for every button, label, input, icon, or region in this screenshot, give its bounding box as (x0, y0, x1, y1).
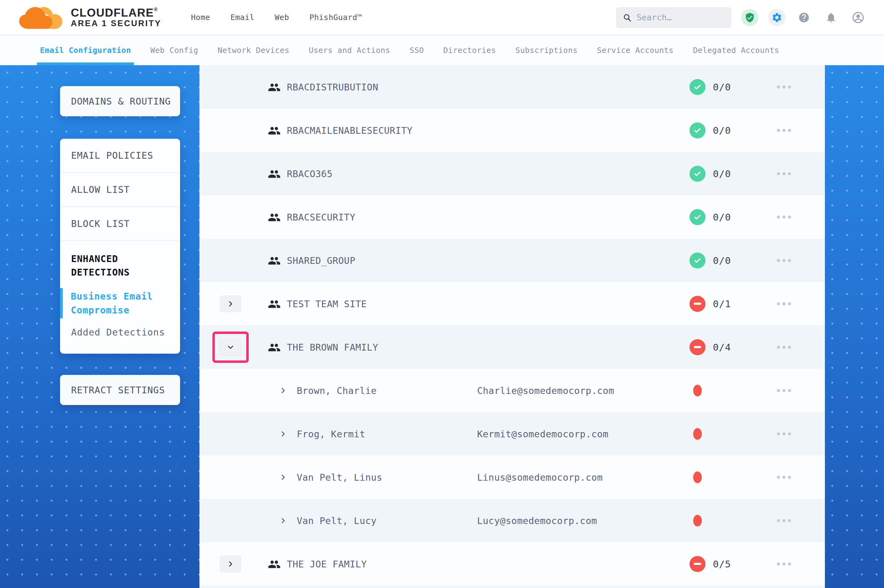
sidebar-section-enhanced-detections: ENHANCED DETECTIONS Business Email Compr… (60, 241, 180, 352)
status-dot-alert (693, 428, 702, 440)
table-row-member: Brown, Charlie Charlie@somedemocorp.com (200, 369, 825, 412)
brand-name: CLOUDFLARE® (71, 7, 162, 19)
sidebar-card-retract-settings[interactable]: RETRACT SETTINGS (60, 375, 180, 405)
sidebar-card-domains-routing[interactable]: DOMAINS & ROUTING (60, 86, 180, 116)
row-menu-button[interactable] (777, 519, 791, 522)
group-people-icon (268, 125, 281, 136)
search-box[interactable] (616, 8, 731, 28)
top-nav: Home Email Web PhishGuard™ (191, 13, 362, 22)
expand-chevron-right-button[interactable] (220, 296, 241, 312)
header-actions (616, 8, 867, 28)
nav-home[interactable]: Home (191, 13, 210, 22)
group-name: RBACDISTRUBUTION (287, 81, 378, 92)
member-name: Brown, Charlie (297, 385, 377, 396)
search-input[interactable] (636, 13, 725, 22)
sidebar-label: RETRACT SETTINGS (71, 385, 165, 396)
table-row-group: RBACO365 0/0 (200, 152, 825, 195)
member-email: Charlie@somedemocorp.com (477, 385, 614, 396)
table-row-group: THE JOE FAMILY 0/5 (200, 542, 825, 585)
table-row-group: TEST TEAM SITE 0/1 (200, 282, 825, 326)
nav-email[interactable]: Email (230, 13, 254, 22)
row-menu-button[interactable] (777, 259, 791, 262)
member-email: Linus@somedemocorp.com (477, 472, 603, 483)
row-menu-button[interactable] (777, 302, 791, 305)
tab-subscriptions[interactable]: Subscriptions (515, 35, 577, 65)
right-decorative-panel (825, 65, 884, 588)
table-row-member: Frog, Kermit Kermit@somedemocorp.com (200, 412, 825, 456)
table-row-group: RBACDISTRUBUTION 0/0 (200, 65, 825, 108)
row-menu-button[interactable] (777, 216, 791, 219)
group-people-icon (268, 342, 281, 352)
table-row-member: Van Pelt, Linus Linus@somedemocorp.com (200, 456, 825, 499)
member-count: 0/5 (713, 558, 731, 570)
sidebar-item-allow-list[interactable]: ALLOW LIST (60, 173, 180, 207)
group-people-icon (268, 559, 281, 569)
tab-network-devices[interactable]: Network Devices (218, 35, 289, 65)
status-dot-alert (693, 515, 702, 526)
registered-mark: ® (154, 7, 158, 12)
member-count: 0/0 (713, 168, 731, 179)
status-badge-ok (690, 166, 705, 182)
group-people-icon (268, 212, 281, 222)
tab-users-and-actions[interactable]: Users and Actions (309, 35, 390, 65)
row-menu-button[interactable] (777, 129, 791, 132)
collapse-chevron-down-button[interactable] (220, 339, 241, 356)
member-name: Van Pelt, Linus (297, 472, 382, 483)
account-icon[interactable] (849, 9, 867, 26)
row-menu-button[interactable] (777, 476, 791, 479)
sidebar-item-email-policies[interactable]: EMAIL POLICIES (60, 139, 180, 173)
row-menu-button[interactable] (777, 86, 791, 88)
tab-directories[interactable]: Directories (443, 35, 496, 65)
status-badge-ok (690, 122, 705, 138)
tab-sso[interactable]: SSO (410, 35, 424, 65)
group-people-icon (268, 168, 281, 179)
search-icon (623, 12, 631, 23)
tab-web-config[interactable]: Web Config (150, 35, 198, 65)
row-menu-button[interactable] (777, 389, 791, 392)
nav-web[interactable]: Web (275, 13, 289, 22)
member-chevron-right-icon[interactable] (279, 430, 287, 438)
sidebar-item-enhanced-detections[interactable]: ENHANCED DETECTIONS (71, 252, 171, 279)
status-dot-alert (693, 471, 702, 483)
settings-gear-icon[interactable] (768, 9, 785, 26)
table-row-group-expanded: THE BROWN FAMILY 0/4 (200, 326, 825, 369)
expand-chevron-right-button[interactable] (220, 556, 241, 572)
member-email: Lucy@somedemocorp.com (477, 515, 597, 526)
group-name: RBACO365 (287, 168, 333, 179)
notifications-bell-icon[interactable] (822, 9, 840, 26)
help-icon[interactable] (795, 9, 813, 26)
sidebar-item-block-list[interactable]: BLOCK LIST (60, 207, 180, 241)
cloudflare-cloud-icon (18, 3, 64, 32)
row-menu-button[interactable] (777, 346, 791, 349)
member-count: 0/0 (713, 125, 731, 136)
member-name: Van Pelt, Lucy (297, 515, 377, 526)
tab-service-accounts[interactable]: Service Accounts (597, 35, 674, 65)
group-people-icon (268, 298, 281, 309)
row-menu-button[interactable] (777, 172, 791, 175)
sidebar-item-business-email-compromise[interactable]: Business Email Compromise (60, 288, 208, 318)
group-name: TEST TEAM SITE (287, 298, 367, 309)
member-count: 0/1 (713, 298, 731, 309)
member-chevron-right-icon[interactable] (279, 386, 287, 395)
tab-email-configuration[interactable]: Email Configuration (40, 35, 131, 65)
member-count: 0/0 (713, 212, 731, 223)
member-chevron-right-icon[interactable] (279, 473, 287, 482)
security-shield-icon[interactable] (741, 9, 758, 26)
table-row-group: RBACSECURITY 0/0 (200, 195, 825, 238)
nav-phishguard[interactable]: PhishGuard™ (309, 13, 362, 22)
member-name: Frog, Kermit (297, 428, 365, 439)
sidebar-item-added-detections[interactable]: Added Detections (71, 327, 171, 338)
row-menu-button[interactable] (777, 432, 791, 435)
member-email: Kermit@somedemocorp.com (477, 428, 609, 439)
row-menu-button[interactable] (777, 562, 791, 566)
group-name: THE JOE FAMILY (287, 558, 367, 569)
member-count: 0/0 (713, 81, 731, 93)
app-header: CLOUDFLARE® AREA 1 SECURITY Home Email W… (0, 0, 884, 35)
status-badge-blocked (690, 556, 705, 572)
member-count: 0/0 (713, 255, 731, 266)
member-chevron-right-icon[interactable] (279, 516, 287, 525)
table-row-group: RBACMAILENABLESECURITY 0/0 (200, 108, 825, 152)
group-name: RBACSECURITY (287, 212, 355, 222)
sidebar-label: DOMAINS & ROUTING (71, 96, 171, 107)
tab-delegated-accounts[interactable]: Delegated Accounts (693, 35, 779, 65)
